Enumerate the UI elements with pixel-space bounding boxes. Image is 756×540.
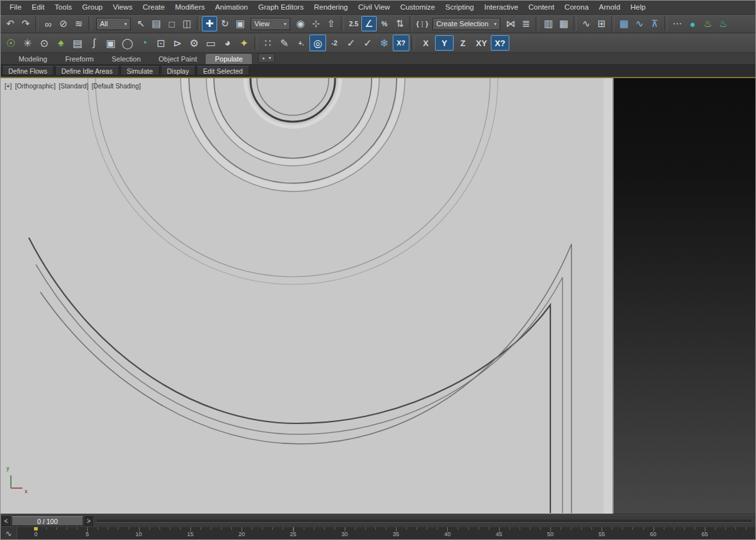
mirror-icon[interactable]: ⋈ [503,16,518,31]
render-setup-icon[interactable]: ♨ [700,16,716,31]
frame-marker[interactable] [34,527,38,530]
minus-offset-icon[interactable]: -2 [326,35,343,51]
menu-edit[interactable]: Edit [27,1,50,14]
next-frame-button[interactable]: > [85,516,93,526]
bulb-icon[interactable]: ✦ [236,35,252,51]
gear-icon[interactable]: ⚙ [186,35,202,51]
rectangular-selection-region-icon[interactable]: □ [164,16,179,31]
menu-tools[interactable]: Tools [49,1,77,14]
snap-toggle-25-icon[interactable]: 2.5 [346,16,361,31]
tree-icon[interactable]: ♠ [53,35,69,51]
eye-icon[interactable]: ◕ [219,35,236,51]
constraint-xy-button[interactable]: XY [472,35,491,51]
light-icon[interactable]: ☉ [3,35,19,51]
redo-icon[interactable]: ↷ [18,16,33,31]
align-icon[interactable]: ≣ [518,16,534,31]
define-idle-areas-button[interactable]: Define Idle Areas [55,66,119,76]
viewport-standard-menu[interactable]: [Standard] [59,83,88,90]
bind-to-space-warp-icon[interactable]: ≋ [71,16,86,31]
isolate-selection-icon[interactable]: ⋯ [670,16,685,31]
render-production-icon[interactable]: ♨ [716,16,731,31]
schematic-view-icon[interactable]: ⊞ [594,16,609,31]
menu-arnold[interactable]: Arnold [594,1,625,14]
previous-frame-button[interactable]: < [2,516,10,526]
angle-snap-icon[interactable]: ∠ [361,16,377,31]
bone-icon[interactable]: ∫ [86,35,103,51]
sheet-icon[interactable]: ▤ [69,35,86,51]
display-button[interactable]: Display [161,66,195,76]
layer-panel-icon[interactable]: ▦ [616,16,632,31]
tab-freeform[interactable]: Freeform [56,54,103,64]
sphere-icon[interactable]: ◔ [136,35,152,51]
define-flows-button[interactable]: Define Flows [2,66,54,76]
window-crossing-icon[interactable]: ◫ [179,16,195,31]
menu-rendering[interactable]: Rendering [309,1,353,14]
check-off-icon[interactable]: ✓ [359,35,376,51]
dock-panel-icon[interactable]: ⊼ [647,16,662,31]
xview-icon[interactable]: X? [393,35,409,51]
plus-offset-icon[interactable]: +. [293,35,309,51]
constraint-z-button[interactable]: Z [454,35,472,51]
edit-named-selection-sets-icon[interactable]: {⋮} [415,16,430,31]
viewport-canvas[interactable] [1,78,756,514]
menu-civil-view[interactable]: Civil View [353,1,395,14]
select-and-scale-icon[interactable]: ▣ [233,16,248,31]
selection-filter-dropdown[interactable]: All ▾ [96,18,131,30]
menu-scripting[interactable]: Scripting [440,1,479,14]
curve-editor-icon[interactable]: ∿ [579,16,594,31]
tab-selection[interactable]: Selection [103,54,149,64]
edit-selected-button[interactable]: Edit Selected [197,66,249,76]
select-and-manipulate-icon[interactable]: ⊹ [308,16,324,31]
constraint-y-button[interactable]: Y [435,35,454,51]
tab-modeling[interactable]: Modeling [10,54,56,64]
viewport-shading-menu[interactable]: [Default Shading] [92,83,141,90]
viewport-pov-menu[interactable]: [Orthographic] [15,83,55,90]
camera-icon[interactable]: ⊙ [36,35,53,51]
menu-corona[interactable]: Corona [559,1,594,14]
menu-modifiers[interactable]: Modifiers [170,1,210,14]
percent-snap-icon[interactable]: % [377,16,392,31]
menu-interactive[interactable]: Interactive [479,1,523,14]
constraint-x-button[interactable]: X [416,35,435,51]
unlink-selection-icon[interactable]: ⊘ [56,16,71,31]
undo-icon[interactable]: ↶ [3,16,18,31]
spinner-snap-icon[interactable]: ⇅ [392,16,407,31]
select-and-rotate-icon[interactable]: ↻ [217,16,233,31]
book-icon[interactable]: ▣ [103,35,119,51]
named-selection-set-dropdown[interactable]: Create Selection Se ▾ [432,18,500,30]
grid-points-icon[interactable]: ∷ [259,35,276,51]
menu-file[interactable]: File [4,1,27,14]
time-slider-track[interactable] [97,520,752,523]
snowflake-icon[interactable]: ❄ [376,35,393,51]
simulate-button[interactable]: Simulate [120,66,160,76]
menu-graph-editors[interactable]: Graph Editors [253,1,309,14]
trackbar-ruler[interactable]: 05101520253035404550556065 [17,527,755,539]
material-editor-icon[interactable]: ● [685,16,700,31]
toggle-scene-explorer-icon[interactable]: ▥ [541,16,556,31]
time-slider-handle[interactable]: 0 / 100 [12,516,83,526]
menu-create[interactable]: Create [138,1,170,14]
media-clip-icon[interactable]: ⊳ [169,35,186,51]
tab-object-paint[interactable]: Object Paint [150,54,206,64]
viewport[interactable]: [+][Orthographic][Standard][Default Shad… [1,77,755,514]
menu-help[interactable]: Help [625,1,651,14]
menu-animation[interactable]: Animation [210,1,253,14]
select-by-name-icon[interactable]: ▤ [149,16,164,31]
mini-curve-editor-icon[interactable]: ∿ [1,527,17,539]
ribbon-config-button[interactable]: ● ▾ [258,53,275,63]
sunlight-icon[interactable]: ✳ [19,35,36,51]
pick-icon[interactable]: ✎ [276,35,293,51]
constraint-xy-flyout-button[interactable]: X? [491,35,509,51]
snap-target-icon[interactable]: ◎ [309,35,326,51]
reference-coordinate-dropdown[interactable]: View ▾ [251,18,290,30]
menu-customize[interactable]: Customize [395,1,440,14]
menu-content[interactable]: Content [523,1,559,14]
use-pivot-point-icon[interactable]: ◉ [293,16,308,31]
export-box-icon[interactable]: ⊡ [152,35,169,51]
torus-icon[interactable]: ◯ [119,35,136,51]
graph-panel-icon[interactable]: ∿ [632,16,647,31]
select-and-move-icon[interactable]: ✚ [202,16,217,31]
toggle-layer-explorer-icon[interactable]: ▦ [556,16,571,31]
frame-icon[interactable]: ▭ [202,35,219,51]
tab-populate[interactable]: Populate [206,54,251,64]
